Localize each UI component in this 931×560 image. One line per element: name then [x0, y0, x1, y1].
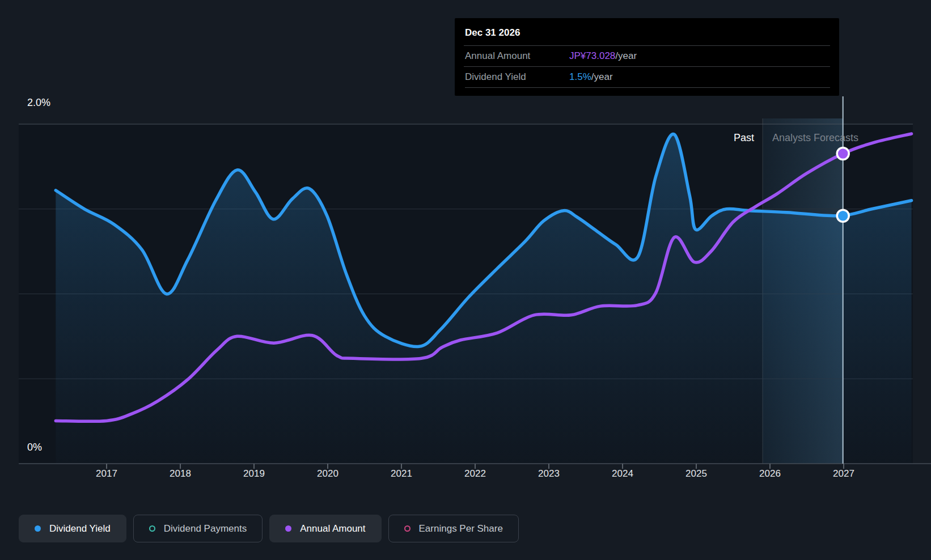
- tooltip-row-annual-amount: Annual Amount JP¥73.028/year: [464, 45, 830, 66]
- legend-button-earnings-per-share[interactable]: Earnings Per Share: [388, 515, 519, 542]
- chart-tooltip: Dec 31 2026 Annual Amount JP¥73.028/year…: [455, 18, 839, 96]
- x-axis-label: 2023: [526, 468, 572, 480]
- earnings-per-share-ring-icon: [404, 525, 411, 532]
- tooltip-row-dividend-yield: Dividend Yield 1.5%/year: [464, 66, 830, 87]
- x-axis-label: 2026: [747, 468, 793, 480]
- y-axis-label-bottom: 0%: [27, 442, 42, 453]
- tooltip-suffix: /year: [591, 71, 613, 82]
- chart-legend: Dividend Yield Dividend Payments Annual …: [19, 515, 519, 542]
- x-axis-label: 2024: [600, 468, 645, 480]
- legend-button-annual-amount[interactable]: Annual Amount: [269, 515, 381, 542]
- x-axis-label: 2017: [84, 468, 129, 480]
- x-axis-label: 2022: [452, 468, 498, 480]
- tooltip-value: JP¥73.028: [569, 50, 615, 61]
- legend-label: Dividend Yield: [49, 523, 111, 534]
- legend-label: Earnings Per Share: [419, 523, 503, 534]
- legend-label: Dividend Payments: [164, 523, 247, 534]
- tooltip-date: Dec 31 2026: [464, 25, 830, 45]
- y-axis-label-top: 2.0%: [27, 97, 50, 109]
- annual-amount-dot-icon: [285, 525, 291, 532]
- tooltip-label: Dividend Yield: [465, 71, 569, 83]
- legend-button-dividend-yield[interactable]: Dividend Yield: [19, 515, 126, 542]
- past-zone-label: Past: [697, 132, 754, 144]
- analysts-forecasts-zone-label: Analysts Forecasts: [772, 132, 858, 144]
- dividend-yield-dot-icon: [35, 525, 41, 532]
- legend-label: Annual Amount: [300, 523, 365, 534]
- tooltip-suffix: /year: [615, 50, 637, 61]
- tooltip-value: 1.5%: [569, 71, 591, 82]
- x-axis-label: 2019: [231, 468, 277, 480]
- tooltip-label: Annual Amount: [465, 50, 569, 62]
- x-axis-label: 2025: [674, 468, 719, 480]
- x-axis-label: 2018: [158, 468, 203, 480]
- x-axis-label: 2021: [379, 468, 424, 480]
- annual-amount-marker: [837, 148, 849, 160]
- x-axis-label: 2020: [305, 468, 350, 480]
- dividend-chart-page: 2.0% 0% Past Analysts Forecasts 20172018…: [0, 0, 931, 560]
- dividend-payments-ring-icon: [149, 525, 155, 532]
- tooltip-divider: [465, 87, 830, 91]
- dividend-yield-marker: [837, 210, 849, 222]
- legend-button-dividend-payments[interactable]: Dividend Payments: [133, 515, 263, 542]
- x-axis-label: 2027: [821, 468, 866, 480]
